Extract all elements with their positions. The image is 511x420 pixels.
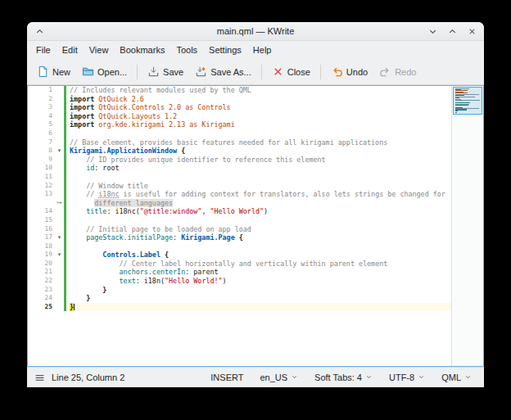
code-text[interactable]: // Window title xyxy=(66,182,452,191)
titlebar[interactable]: main.qml — KWrite xyxy=(27,22,484,41)
menu-bookmarks[interactable]: Bookmarks xyxy=(114,43,170,57)
line-number: 14 xyxy=(28,207,55,216)
line-number: 23 xyxy=(28,286,55,295)
code-text[interactable]: anchors.centerIn: parent xyxy=(66,268,452,277)
menubar: FileEditViewBookmarksToolsSettingsHelp xyxy=(27,41,484,59)
code-text[interactable]: } xyxy=(66,286,452,295)
code-text[interactable]: import QtQuick.Layouts 1.2 xyxy=(66,112,452,121)
code-text[interactable]: import QtQuick 2.6 xyxy=(66,95,452,104)
code-text[interactable]: id: root xyxy=(66,164,452,173)
statusbar-syntax-mode[interactable]: QML xyxy=(436,371,477,384)
code-line[interactable]: 24 } xyxy=(28,294,452,303)
code-line[interactable]: 9 // ID provides unique identifier to re… xyxy=(28,156,452,165)
line-number: 9 xyxy=(28,156,55,165)
maximize-button[interactable] xyxy=(446,25,458,37)
code-text[interactable]: pageStack.initialPage: Kirigami.Page { xyxy=(66,233,452,242)
line-number: 6 xyxy=(28,129,55,138)
toolbar-button-open[interactable]: Open... xyxy=(76,63,133,80)
toolbar-button-save[interactable]: Save xyxy=(142,63,189,80)
menu-settings[interactable]: Settings xyxy=(203,43,247,57)
code-line[interactable]: 16 // Initial page to be loaded on app l… xyxy=(28,225,452,234)
code-line[interactable]: 18 xyxy=(28,242,452,251)
code-text[interactable] xyxy=(66,173,452,182)
toolbar-button-saveas[interactable]: Save As... xyxy=(189,63,257,80)
code-line[interactable]: 11 xyxy=(28,173,452,182)
menu-file[interactable]: File xyxy=(30,43,57,57)
statusbar-dictionary[interactable]: en_US xyxy=(254,371,304,384)
code-text[interactable]: // i18nc is useful for adding context fo… xyxy=(66,190,452,199)
text-edit-area[interactable]: 1// Includes relevant modules used by th… xyxy=(28,86,452,366)
menu-tools[interactable]: Tools xyxy=(170,43,203,57)
menu-edit[interactable]: Edit xyxy=(57,43,84,57)
code-text[interactable]: text: i18n("Hello World!") xyxy=(66,277,452,286)
code-line[interactable]: 20 // Center label horizontally and vert… xyxy=(28,260,452,269)
code-text[interactable]: title: i18nc("@title:window", "Hello Wor… xyxy=(66,207,452,216)
code-text[interactable] xyxy=(66,242,452,251)
code-line[interactable]: 10 id: root xyxy=(28,164,452,173)
code-line[interactable]: 4import QtQuick.Layouts 1.2 xyxy=(28,112,452,121)
cursor-position[interactable]: Line 25, Column 2 xyxy=(52,373,124,382)
chevron-down-icon xyxy=(365,373,373,382)
chevron-down-icon xyxy=(464,373,472,382)
code-text[interactable]: // Includes relevant modules used by the… xyxy=(66,86,452,95)
fold-column xyxy=(55,173,64,182)
code-text[interactable]: // Initial page to be loaded on app load xyxy=(66,225,452,234)
toolbar-button-redo[interactable]: Redo xyxy=(373,63,422,80)
line-number: 19 xyxy=(28,251,55,260)
code-line[interactable]: 14 title: i18nc("@title:window", "Hello … xyxy=(28,207,452,216)
code-line[interactable]: 17▾ pageStack.initialPage: Kirigami.Page… xyxy=(28,233,452,242)
folder-open-icon xyxy=(82,65,94,78)
hamburger-menu-icon[interactable] xyxy=(34,372,45,383)
code-line[interactable]: 21 anchors.centerIn: parent xyxy=(28,268,452,277)
code-text[interactable] xyxy=(66,129,452,138)
code-text[interactable]: import org.kde.kirigami 2.13 as Kirigami xyxy=(66,120,452,129)
keep-above-icon[interactable] xyxy=(34,25,45,37)
code-line[interactable]: 12 // Window title xyxy=(28,182,452,191)
code-text[interactable]: different languages xyxy=(66,199,452,208)
scrollbar-minimap[interactable] xyxy=(451,86,483,366)
toolbar-button-new[interactable]: New xyxy=(31,63,76,80)
code-line[interactable]: 3import QtQuick.Controls 2.0 as Controls xyxy=(28,103,452,112)
code-line[interactable]: 2import QtQuick 2.6 xyxy=(28,95,452,104)
toolbar-button-close[interactable]: Close xyxy=(266,63,316,80)
fold-column xyxy=(55,207,64,216)
minimap-visible-region[interactable] xyxy=(453,87,482,115)
menu-help[interactable]: Help xyxy=(247,43,278,57)
code-line[interactable]: 5import org.kde.kirigami 2.13 as Kirigam… xyxy=(28,120,452,129)
code-line[interactable]: 22 text: i18n("Hello World!") xyxy=(28,277,452,286)
fold-column xyxy=(55,164,64,173)
code-text[interactable]: import QtQuick.Controls 2.0 as Controls xyxy=(66,103,452,112)
code-line[interactable]: 23 } xyxy=(28,286,452,295)
code-line[interactable]: 19▾ Controls.Label { xyxy=(28,251,452,260)
code-text[interactable]: // Base element, provides basic features… xyxy=(66,138,452,147)
code-line[interactable]: 25} xyxy=(28,303,452,312)
code-line[interactable]: 6 xyxy=(28,129,452,138)
code-line[interactable]: 13 // i18nc is useful for adding context… xyxy=(28,190,452,199)
save-icon xyxy=(147,65,160,78)
code-text[interactable]: // Center label horizontally and vertica… xyxy=(66,260,452,269)
code-line[interactable]: 1// Includes relevant modules used by th… xyxy=(28,86,452,95)
statusbar-insert-mode[interactable]: INSERT xyxy=(205,371,249,384)
fold-marker-icon[interactable]: ▾ xyxy=(55,233,64,242)
code-text[interactable]: // ID provides unique identifier to refe… xyxy=(66,156,452,165)
fold-marker-icon[interactable]: ▾ xyxy=(55,147,64,156)
code-line[interactable]: ↪ different languages xyxy=(28,199,452,208)
fold-marker-icon[interactable]: ▾ xyxy=(55,251,64,260)
toolbar-button-label: Open... xyxy=(97,67,127,77)
code-text[interactable] xyxy=(66,216,452,225)
close-button[interactable] xyxy=(466,25,477,37)
code-line[interactable]: 8▾Kirigami.ApplicationWindow { xyxy=(28,147,452,156)
menu-view[interactable]: View xyxy=(84,43,115,57)
code-text[interactable]: } xyxy=(66,294,452,303)
statusbar-tab-mode[interactable]: Soft Tabs: 4 xyxy=(309,371,378,384)
line-number: 24 xyxy=(28,294,55,303)
code-line[interactable]: 7// Base element, provides basic feature… xyxy=(28,138,452,147)
statusbar-encoding[interactable]: UTF-8 xyxy=(383,371,431,384)
code-text[interactable]: Controls.Label { xyxy=(66,251,452,260)
toolbar-button-label: Save As... xyxy=(210,67,251,77)
code-text[interactable]: } xyxy=(66,303,452,312)
minimize-button[interactable] xyxy=(427,25,438,37)
toolbar-button-undo[interactable]: Undo xyxy=(325,63,373,80)
code-line[interactable]: 15 xyxy=(28,216,452,225)
code-text[interactable]: Kirigami.ApplicationWindow { xyxy=(66,147,452,156)
